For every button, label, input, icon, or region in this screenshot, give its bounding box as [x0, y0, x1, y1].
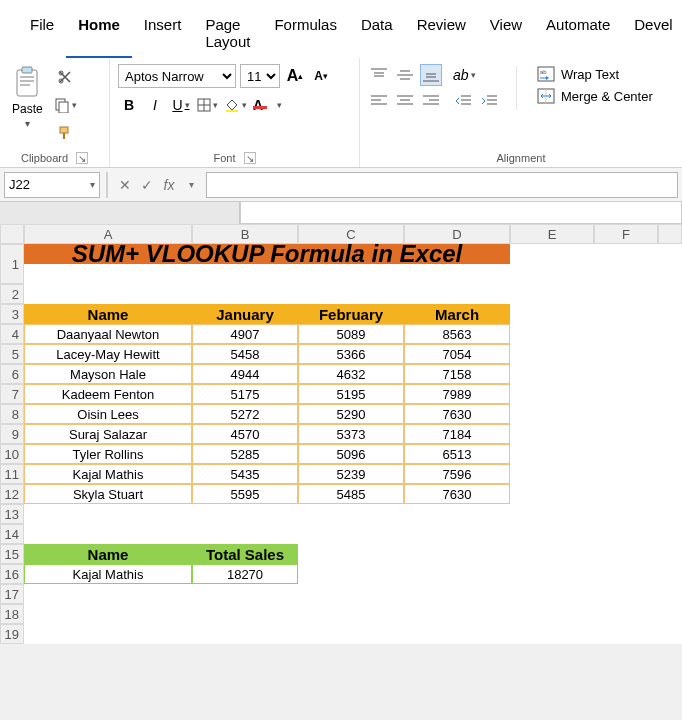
cell-mar[interactable]: 8563 [404, 324, 510, 344]
row-header[interactable]: 5 [0, 344, 24, 364]
clipboard-dialog-launcher[interactable]: ↘ [76, 152, 88, 164]
cell-name[interactable]: Tyler Rollins [24, 444, 192, 464]
tab-view[interactable]: View [478, 10, 534, 58]
cell-jan[interactable]: 5458 [192, 344, 298, 364]
row-header[interactable]: 6 [0, 364, 24, 384]
cell-feb[interactable]: 5195 [298, 384, 404, 404]
cell-feb[interactable]: 5290 [298, 404, 404, 424]
cell-mar[interactable]: 6513 [404, 444, 510, 464]
select-all-corner[interactable] [0, 224, 24, 244]
decrease-indent-button[interactable] [452, 90, 474, 112]
borders-button[interactable] [196, 94, 219, 116]
increase-indent-button[interactable] [478, 90, 500, 112]
font-size-select[interactable]: 11 [240, 64, 280, 88]
fx-button[interactable]: fx [158, 174, 180, 196]
cell-feb[interactable]: 4632 [298, 364, 404, 384]
row-header[interactable]: 8 [0, 404, 24, 424]
cell-jan[interactable]: 4907 [192, 324, 298, 344]
row-header[interactable]: 2 [0, 284, 24, 304]
cell-name[interactable]: Kadeem Fenton [24, 384, 192, 404]
cell-jan[interactable]: 4570 [192, 424, 298, 444]
align-middle-button[interactable] [394, 64, 416, 86]
font-name-select[interactable]: Aptos Narrow [118, 64, 236, 88]
cell-feb[interactable]: 5366 [298, 344, 404, 364]
cell-name[interactable]: Lacey-May Hewitt [24, 344, 192, 364]
italic-button[interactable]: I [144, 94, 166, 116]
green-header-name[interactable]: Name [24, 544, 192, 564]
cancel-formula-button[interactable]: ✕ [114, 174, 136, 196]
header-feb[interactable]: February [298, 304, 404, 324]
increase-font-button[interactable]: A▴ [284, 65, 306, 87]
tab-page-layout[interactable]: Page Layout [193, 10, 262, 58]
green-cell-total[interactable]: 18270 [192, 564, 298, 584]
cell-name[interactable]: Kajal Mathis [24, 464, 192, 484]
cell-jan[interactable]: 5272 [192, 404, 298, 424]
cell-mar[interactable]: 7630 [404, 404, 510, 424]
align-right-button[interactable] [420, 90, 442, 112]
row-header[interactable]: 19 [0, 624, 24, 644]
format-painter-button[interactable] [53, 122, 78, 144]
row-header[interactable]: 17 [0, 584, 24, 604]
header-name[interactable]: Name [24, 304, 192, 324]
row-header[interactable]: 18 [0, 604, 24, 624]
formula-input[interactable] [206, 172, 678, 198]
bold-button[interactable]: B [118, 94, 140, 116]
cell-jan[interactable]: 5595 [192, 484, 298, 504]
tab-automate[interactable]: Automate [534, 10, 622, 58]
font-color-button[interactable]: A [252, 94, 283, 116]
cell-mar[interactable]: 7054 [404, 344, 510, 364]
cell-feb[interactable]: 5096 [298, 444, 404, 464]
underline-button[interactable]: U [170, 94, 192, 116]
align-center-button[interactable] [394, 90, 416, 112]
copy-button[interactable] [53, 94, 78, 116]
header-jan[interactable]: January [192, 304, 298, 324]
green-header-total[interactable]: Total Sales [192, 544, 298, 564]
tab-developer[interactable]: Devel [622, 10, 682, 58]
row-header[interactable]: 7 [0, 384, 24, 404]
align-top-button[interactable] [368, 64, 390, 86]
cell-name[interactable]: Skyla Stuart [24, 484, 192, 504]
tab-insert[interactable]: Insert [132, 10, 194, 58]
row-header[interactable]: 12 [0, 484, 24, 504]
row-header[interactable]: 16 [0, 564, 24, 584]
title-cell[interactable]: SUM+ VLOOKUP Formula in Excel [24, 244, 510, 264]
chevron-down-icon[interactable]: ▾ [180, 174, 202, 196]
row-header[interactable]: 11 [0, 464, 24, 484]
tab-review[interactable]: Review [405, 10, 478, 58]
fill-color-button[interactable] [223, 94, 248, 116]
cell-jan[interactable]: 5285 [192, 444, 298, 464]
col-header-f[interactable]: F [594, 224, 658, 244]
green-cell-name[interactable]: Kajal Mathis [24, 564, 192, 584]
enter-formula-button[interactable]: ✓ [136, 174, 158, 196]
worksheet[interactable]: A B C D E F 1 SUM+ VLOOKUP Formula in Ex… [0, 224, 682, 644]
cell-name[interactable]: Oisin Lees [24, 404, 192, 424]
row-header[interactable]: 3 [0, 304, 24, 324]
col-header-g[interactable] [658, 224, 682, 244]
name-box[interactable]: J22 ▾ [4, 172, 100, 198]
orientation-button[interactable]: ab [452, 64, 477, 86]
row-header[interactable]: 4 [0, 324, 24, 344]
tab-file[interactable]: File [18, 10, 66, 58]
col-header-e[interactable]: E [510, 224, 594, 244]
paste-button[interactable]: Paste ▾ [8, 64, 47, 131]
cell-feb[interactable]: 5239 [298, 464, 404, 484]
decrease-font-button[interactable]: A▾ [310, 65, 332, 87]
align-left-button[interactable] [368, 90, 390, 112]
cell-mar[interactable]: 7630 [404, 484, 510, 504]
row-header[interactable]: 13 [0, 504, 24, 524]
cell-feb[interactable]: 5373 [298, 424, 404, 444]
row-header[interactable]: 1 [0, 244, 24, 284]
wrap-text-button[interactable]: ab Wrap Text [537, 66, 653, 82]
header-mar[interactable]: March [404, 304, 510, 324]
cell-feb[interactable]: 5485 [298, 484, 404, 504]
cell-jan[interactable]: 5175 [192, 384, 298, 404]
merge-center-button[interactable]: Merge & Center [537, 88, 653, 104]
cell-name[interactable]: Mayson Hale [24, 364, 192, 384]
align-bottom-button[interactable] [420, 64, 442, 86]
cell-mar[interactable]: 7596 [404, 464, 510, 484]
row-header[interactable]: 9 [0, 424, 24, 444]
font-dialog-launcher[interactable]: ↘ [244, 152, 256, 164]
cell-jan[interactable]: 4944 [192, 364, 298, 384]
cell-jan[interactable]: 5435 [192, 464, 298, 484]
cell-mar[interactable]: 7989 [404, 384, 510, 404]
